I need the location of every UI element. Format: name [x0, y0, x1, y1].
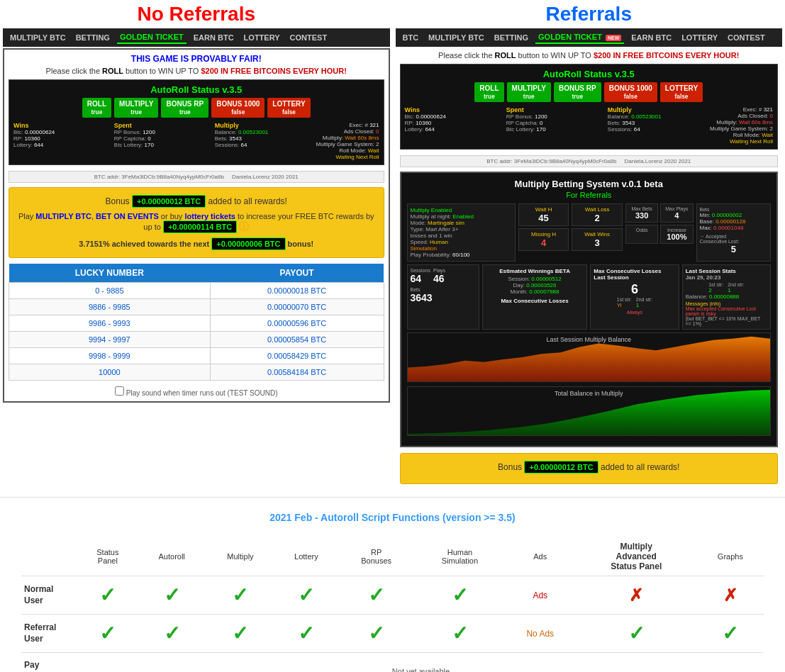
nav-multiply-btc-left[interactable]: MULTIPLY BTC — [7, 32, 69, 43]
messages-info: Messages (info) — [686, 301, 767, 306]
wallet-bar-left: BTC addr: 3FeMa3lDCb:9B8a40Nyq4ypM0cFr0a… — [9, 171, 384, 183]
wait-loss-box: Wait Loss 2 — [572, 203, 623, 226]
bonus-line1-left: Bonus +0.00000012 BTC added to all rewar… — [18, 195, 375, 208]
provably-fair-text: THIS GAME IS PROVABLY FAIR! — [9, 54, 384, 64]
autoroll-buttons-left: ROLLtrue MULTIPLYtrue BONUS RPtrue BONUS… — [13, 98, 379, 118]
multiply-btn-left[interactable]: MULTIPLYtrue — [114, 98, 158, 118]
normal-multiply-advanced: ✗ — [576, 576, 697, 615]
pay-user-label: PayUser — [21, 653, 78, 673]
exec-info-left: Exec: # 321 Ads Closed: 0 Multiply: Wait… — [316, 122, 379, 160]
autoroll-stats-right: Wins Btc: 0.00000624 RP: 10360 Lottery: … — [405, 106, 704, 145]
normal-status-panel: ✓ — [78, 576, 138, 615]
roll-instruction-right: Please click the ROLL button to WIN UP T… — [400, 51, 779, 60]
table-row: 10000 0.00584184 BTC — [9, 364, 384, 381]
right-roll-area: Please click the ROLL button to WIN UP T… — [396, 47, 783, 494]
payout-table-left: LUCKY NUMBER PAYOUT 0 - 9885 0.00000018 … — [9, 264, 384, 381]
pay-user-row: PayUser Not yet available — [21, 653, 764, 673]
max-cons-lost: Max Consecutive LossesLast Session 6 1st… — [590, 264, 679, 330]
svg-marker-0 — [408, 337, 771, 381]
roll-btn-right[interactable]: ROLLtrue — [474, 82, 503, 102]
bonus-amount-right: +0.00000012 BTC — [524, 461, 598, 474]
normal-autoroll: ✓ — [138, 576, 206, 615]
wallet-bar-right: BTC addr: 3FeMa3lDCb:9B8a40Nyq4ypM0cFr0a… — [400, 155, 779, 167]
chart2-label: Total Balance in Multiply — [555, 390, 623, 397]
bonus1000-btn-left[interactable]: BONUS 1000false — [211, 98, 265, 118]
main-container: No Referrals MULTIPLY BTC BETTING GOLDEN… — [0, 0, 785, 672]
table-row: 0 - 9885 0.00000018 BTC — [9, 283, 384, 299]
left-panel: No Referrals MULTIPLY BTC BETTING GOLDEN… — [0, 0, 393, 497]
nav-lottery-left[interactable]: LOTTERY — [241, 32, 283, 43]
bonus-box-right: Bonus +0.00000012 BTC added to all rewar… — [400, 453, 779, 484]
estimated-winnings: Estimated Winnings BETA Session: 0.00000… — [482, 264, 587, 330]
table-row: 9886 - 9985 0.00000070 BTC — [9, 299, 384, 315]
wait-wins-box: Wait Wins 3 — [572, 228, 623, 251]
sound-checkbox-left[interactable] — [115, 386, 124, 396]
autoroll-title-left: AutoRoll Status v.3.5 — [13, 84, 379, 95]
bonus-progress-left: 3.7151% achieved towards the next +0.000… — [18, 237, 375, 250]
comparison-table: Status Panel Autoroll Multiply Lottery R… — [21, 537, 764, 672]
header-multiply: Multiply — [206, 537, 275, 576]
payout-header-lucky: LUCKY NUMBER — [9, 264, 211, 283]
referrals-title: Referrals — [396, 3, 783, 26]
normal-multiply: ✓ — [206, 576, 275, 615]
sessions-plays-bets: Sessions 64 Plays 46 Bets 3643 — [407, 264, 479, 330]
referral-autoroll: ✓ — [138, 615, 206, 653]
nav-contest-left[interactable]: CONTEST — [287, 32, 330, 43]
right-nav: BTC MULTIPLY BTC BETTING GOLDEN TICKET N… — [396, 28, 783, 47]
nav-betting-left[interactable]: BETTING — [73, 32, 113, 43]
referral-lottery: ✓ — [274, 615, 338, 653]
nav-contest-right[interactable]: CONTEST — [725, 32, 768, 43]
odds-box: Odds — [625, 225, 658, 244]
multiply-btc-link-left[interactable]: MULTIPLY BTC — [35, 212, 91, 220]
nav-golden-ticket-left[interactable]: GOLDEN TICKET — [117, 31, 186, 44]
missing-h-box: Missing H 4 — [518, 228, 569, 251]
wait-h-box: Wait H 45 — [518, 203, 569, 226]
nav-earn-btc-left[interactable]: EARN BTC — [191, 32, 237, 43]
no-referrals-title: No Referrals — [3, 3, 390, 26]
left-nav: MULTIPLY BTC BETTING GOLDEN TICKET EARN … — [3, 28, 390, 47]
referral-multiply: ✓ — [206, 615, 275, 653]
header-human-simulation: Human Simulation — [415, 537, 505, 576]
bonus-amount2-left: +0.00000114 BTC — [163, 220, 237, 233]
roll-btn-left[interactable]: ROLLtrue — [82, 98, 111, 118]
multiply-btn-right[interactable]: MULTIPLYtrue — [507, 82, 551, 102]
normal-ads: Ads — [505, 576, 576, 615]
referral-user-row: ReferralUser ✓ ✓ ✓ ✓ ✓ ✓ No Ads ✓ ✓ — [21, 615, 764, 653]
last-session-stats: Last Session StatsJan 29, 20:23 1st str:… — [682, 264, 771, 330]
nav-multiply-right[interactable]: MULTIPLY BTC — [425, 32, 487, 43]
comparison-title: 2021 Feb - Autoroll Script Functions (ve… — [21, 512, 764, 523]
lottery-tickets-link-left[interactable]: lottery tickets — [184, 212, 235, 220]
referral-human-sim: ✓ — [415, 615, 505, 653]
pay-user-not-available: Not yet available — [78, 653, 764, 673]
bonus-box-left: Bonus +0.00000012 BTC added to all rewar… — [9, 187, 384, 258]
for-referrals-label: For Referrals — [407, 191, 772, 199]
bet-events-link-left[interactable]: BET ON EVENTS — [96, 212, 159, 220]
header-autoroll: Autoroll — [138, 537, 206, 576]
bonus-rp-btn-right[interactable]: BONUS RPtrue — [554, 82, 601, 102]
nav-betting-right[interactable]: BETTING — [491, 32, 531, 43]
left-game-panel: THIS GAME IS PROVABLY FAIR! Please click… — [3, 48, 390, 403]
bonus-rp-btn-left[interactable]: BONUS RPtrue — [161, 98, 208, 118]
header-status-panel: Status Panel — [78, 537, 138, 576]
bonus1000-btn-right[interactable]: BONUS 1000false — [604, 82, 657, 102]
normal-human-sim: ✓ — [415, 576, 505, 615]
multiply-settings: Multiply Enabled Multiply at night: Enab… — [407, 203, 516, 262]
nav-btc-right[interactable]: BTC — [400, 32, 422, 43]
max-plays-box: Max Plays 4 — [660, 203, 693, 223]
nav-earn-btc-right[interactable]: EARN BTC — [628, 32, 674, 43]
payout-header-payout: PAYOUT — [210, 264, 384, 283]
increase-box: Increase 100% — [660, 225, 693, 244]
lottery-btn-right[interactable]: LOTTERYfalse — [660, 82, 703, 102]
table-row: 9986 - 9993 0.00000596 BTC — [9, 315, 384, 332]
header-rp-bonuses: RP Bonuses — [338, 537, 415, 576]
nav-golden-ticket-right[interactable]: GOLDEN TICKET NEW — [535, 31, 624, 44]
multiply-balance-chart: Last Session Multiply Balance — [407, 332, 772, 382]
bonus-amount1-left: +0.00000012 BTC — [132, 195, 206, 208]
normal-lottery: ✓ — [274, 576, 338, 615]
referral-ads: No Ads — [505, 615, 576, 653]
lottery-btn-left[interactable]: LOTTERYfalse — [267, 98, 310, 118]
bets-info-box: Bets Min: 0.00000002 Base: 0.00000128 Ma… — [696, 203, 772, 262]
sound-check-left: Play sound when timer runs out (TEST SOU… — [9, 386, 384, 397]
nav-lottery-right[interactable]: LOTTERY — [679, 32, 720, 43]
referral-graphs: ✓ — [697, 615, 764, 653]
